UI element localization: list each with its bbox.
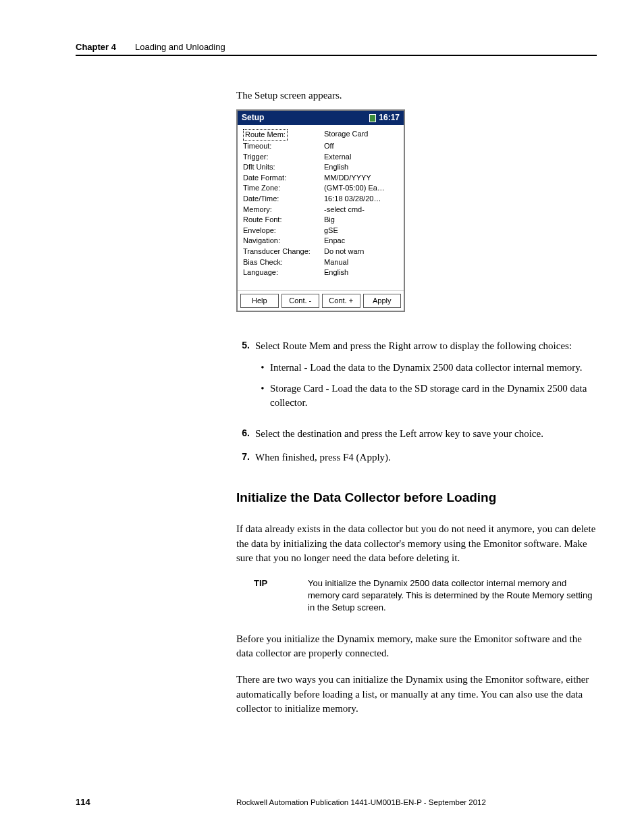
setup-row: Memory:-select cmd-: [243, 205, 398, 215]
setup-row: Dflt Units:English: [243, 162, 398, 173]
chapter-label: Chapter 4: [76, 42, 116, 52]
device-softkey: Cont. -: [281, 294, 320, 309]
page-number: 114: [76, 797, 236, 807]
paragraph-1: If data already exists in the data colle…: [236, 522, 597, 565]
setup-row: Bias Check:Manual: [243, 257, 398, 268]
setup-row: Route Mem:Storage Card: [243, 129, 398, 141]
step-6-number: 6.: [236, 427, 255, 441]
step-7-number: 7.: [236, 450, 255, 465]
tip-text: You initialize the Dynamix 2500 data col…: [308, 577, 597, 615]
publication-info: Rockwell Automation Publication 1441-UM0…: [236, 798, 597, 806]
step-5-text: Select Route Mem and press the Right arr…: [255, 339, 597, 353]
header-rule: [76, 55, 597, 56]
setup-row: Timeout:Off: [243, 141, 398, 152]
setup-row: Language:English: [243, 267, 398, 278]
setup-row: Time Zone:(GMT-05:00) Ea…: [243, 183, 398, 194]
chapter-title: Loading and Unloading: [135, 42, 225, 52]
setup-row: Navigation:Enpac: [243, 236, 398, 246]
device-clock: 16:17: [379, 112, 400, 124]
setup-row: Envelope:gSE: [243, 226, 398, 236]
device-softkey: Apply: [363, 294, 402, 309]
section-heading: Initialize the Data Collector before Loa…: [236, 489, 597, 507]
lead-text: The Setup screen appears.: [236, 88, 597, 103]
device-softkey: Cont. +: [322, 294, 360, 309]
bullet-item: •Internal - Load the data to the Dynamix…: [255, 361, 597, 375]
setup-row: Date Format:MM/DD/YYYY: [243, 173, 398, 184]
bullet-item: •Storage Card - Load the data to the SD …: [255, 382, 597, 411]
paragraph-3: There are two ways you can initialize th…: [236, 673, 597, 716]
setup-row: Route Font:Big: [243, 215, 398, 226]
step-7-text: When finished, press F4 (Apply).: [255, 450, 597, 465]
setup-row: Date/Time:16:18 03/28/20…: [243, 194, 398, 205]
setup-screenshot: Setup 16:17 Route Mem:Storage CardTimeou…: [236, 109, 405, 312]
setup-row: Transducer Change:Do not warn: [243, 246, 398, 257]
setup-row: Trigger:External: [243, 152, 398, 163]
paragraph-2: Before you initialize the Dynamix memory…: [236, 632, 597, 661]
battery-icon: [369, 114, 376, 122]
step-6-text: Select the destination and press the Lef…: [255, 427, 597, 441]
step-5-number: 5.: [236, 339, 255, 417]
device-softkey: Help: [240, 294, 279, 309]
device-title: Setup: [242, 112, 264, 124]
tip-label: TIP: [254, 577, 308, 615]
